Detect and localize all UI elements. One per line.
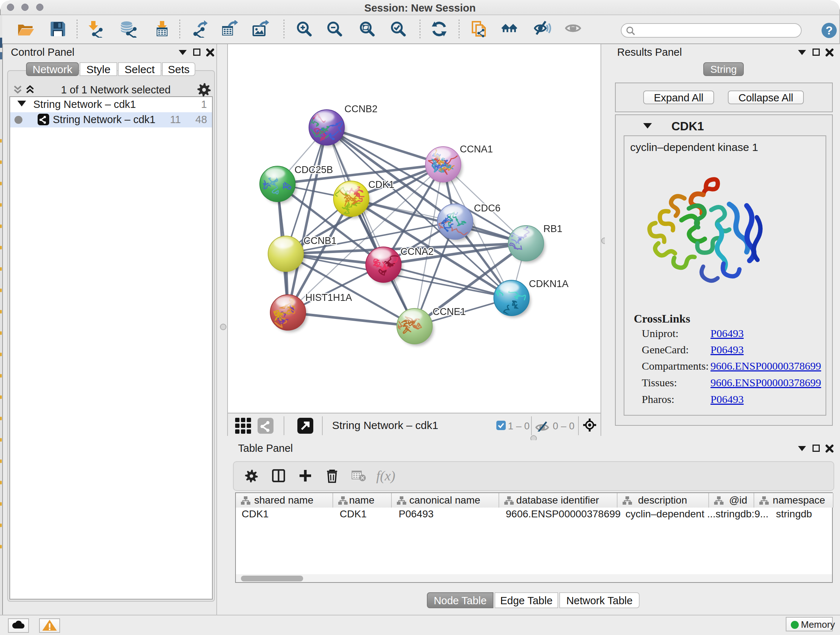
svg-text:?: ? <box>826 24 833 37</box>
svg-text:CDK1: CDK1 <box>368 179 394 190</box>
svg-text:CCNA2: CCNA2 <box>401 246 434 257</box>
svg-text:CCNA1: CCNA1 <box>460 144 493 155</box>
svg-text:RB1: RB1 <box>543 223 562 234</box>
svg-text:CCNB2: CCNB2 <box>344 103 378 114</box>
svg-text:CCNE1: CCNE1 <box>433 306 466 317</box>
svg-text:CDC25B: CDC25B <box>294 165 333 175</box>
svg-text:CCNB1: CCNB1 <box>303 235 337 246</box>
svg-text:CDC6: CDC6 <box>474 203 501 214</box>
svg-text:CDKN1A: CDKN1A <box>529 279 569 289</box>
svg-text:HIST1H1A: HIST1H1A <box>305 292 352 303</box>
